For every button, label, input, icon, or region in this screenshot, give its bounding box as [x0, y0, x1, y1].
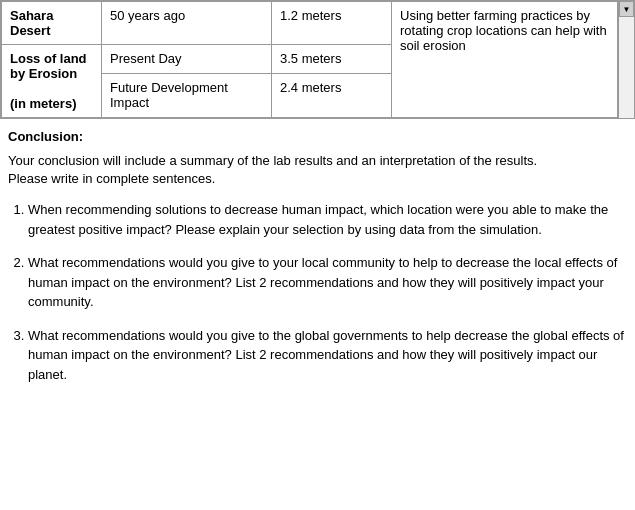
cell-time-period-3: Future Development Impact [102, 73, 272, 117]
scroll-down-button[interactable]: ▼ [619, 1, 634, 17]
question-1-text: When recommending solutions to decrease … [28, 202, 608, 237]
conclusion-questions: When recommending solutions to decrease … [8, 200, 627, 384]
question-3-text: What recommendations would you give to t… [28, 328, 624, 382]
measurement-2-value: 3.5 meters [280, 51, 341, 66]
intro-line-1: Your conclusion will include a summary o… [8, 153, 537, 168]
table-row-1: Sahara Desert 50 years ago 1.2 meters Us… [2, 2, 618, 45]
time-period-3-value: Future Development Impact [110, 80, 228, 110]
measurement-1-value: 1.2 meters [280, 8, 341, 23]
in-meters-label: (in meters) [10, 96, 76, 111]
cell-location: Sahara Desert [2, 2, 102, 45]
question-2-text: What recommendations would you give to y… [28, 255, 617, 309]
cell-time-period-1: 50 years ago [102, 2, 272, 45]
question-3: What recommendations would you give to t… [28, 326, 627, 385]
cell-measurement-3: 2.4 meters [272, 73, 392, 117]
measurement-3-value: 2.4 meters [280, 80, 341, 95]
scrollbar[interactable]: ▼ [618, 1, 634, 118]
intro-line-2: Please write in complete sentences. [8, 171, 215, 186]
conclusion-section: Conclusion: Your conclusion will include… [0, 119, 635, 408]
time-period-1-value: 50 years ago [110, 8, 185, 23]
cell-description: Using better farming practices by rotati… [392, 2, 618, 118]
conclusion-title: Conclusion: [8, 129, 627, 144]
question-1: When recommending solutions to decrease … [28, 200, 627, 239]
question-2: What recommendations would you give to y… [28, 253, 627, 312]
time-period-2-value: Present Day [110, 51, 182, 66]
cell-measurement-2: 3.5 meters [272, 45, 392, 74]
cell-erosion-label: Loss of land by Erosion (in meters) [2, 45, 102, 118]
description-text: Using better farming practices by rotati… [400, 8, 607, 53]
cell-time-period-2: Present Day [102, 45, 272, 74]
conclusion-intro: Your conclusion will include a summary o… [8, 152, 627, 188]
loss-of-land-label: Loss of land by Erosion [10, 51, 87, 81]
sahara-desert-label: Sahara Desert [10, 8, 53, 38]
cell-measurement-1: 1.2 meters [272, 2, 392, 45]
